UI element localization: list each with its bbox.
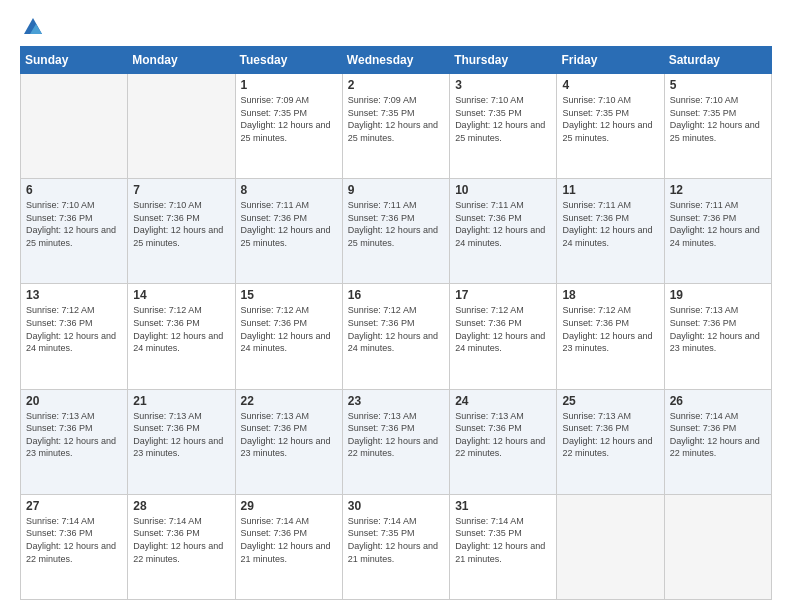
weekday-header: Monday	[128, 47, 235, 74]
calendar-day-cell: 29Sunrise: 7:14 AM Sunset: 7:36 PM Dayli…	[235, 494, 342, 599]
day-number: 22	[241, 394, 337, 408]
calendar-day-cell	[21, 74, 128, 179]
day-info: Sunrise: 7:13 AM Sunset: 7:36 PM Dayligh…	[133, 410, 229, 460]
weekday-header: Thursday	[450, 47, 557, 74]
day-info: Sunrise: 7:14 AM Sunset: 7:36 PM Dayligh…	[670, 410, 766, 460]
day-number: 1	[241, 78, 337, 92]
day-info: Sunrise: 7:13 AM Sunset: 7:36 PM Dayligh…	[241, 410, 337, 460]
day-info: Sunrise: 7:10 AM Sunset: 7:35 PM Dayligh…	[455, 94, 551, 144]
weekday-header: Wednesday	[342, 47, 449, 74]
calendar-day-cell: 13Sunrise: 7:12 AM Sunset: 7:36 PM Dayli…	[21, 284, 128, 389]
day-info: Sunrise: 7:13 AM Sunset: 7:36 PM Dayligh…	[348, 410, 444, 460]
logo	[20, 16, 44, 38]
calendar-day-cell: 3Sunrise: 7:10 AM Sunset: 7:35 PM Daylig…	[450, 74, 557, 179]
day-number: 15	[241, 288, 337, 302]
calendar-day-cell: 27Sunrise: 7:14 AM Sunset: 7:36 PM Dayli…	[21, 494, 128, 599]
day-info: Sunrise: 7:10 AM Sunset: 7:35 PM Dayligh…	[670, 94, 766, 144]
day-number: 23	[348, 394, 444, 408]
calendar-day-cell	[128, 74, 235, 179]
weekday-header: Tuesday	[235, 47, 342, 74]
calendar-day-cell: 9Sunrise: 7:11 AM Sunset: 7:36 PM Daylig…	[342, 179, 449, 284]
day-number: 21	[133, 394, 229, 408]
day-number: 12	[670, 183, 766, 197]
day-info: Sunrise: 7:11 AM Sunset: 7:36 PM Dayligh…	[455, 199, 551, 249]
day-number: 29	[241, 499, 337, 513]
day-number: 11	[562, 183, 658, 197]
calendar-day-cell: 20Sunrise: 7:13 AM Sunset: 7:36 PM Dayli…	[21, 389, 128, 494]
day-number: 28	[133, 499, 229, 513]
day-info: Sunrise: 7:10 AM Sunset: 7:35 PM Dayligh…	[562, 94, 658, 144]
calendar-day-cell: 5Sunrise: 7:10 AM Sunset: 7:35 PM Daylig…	[664, 74, 771, 179]
day-number: 2	[348, 78, 444, 92]
calendar-week-row: 20Sunrise: 7:13 AM Sunset: 7:36 PM Dayli…	[21, 389, 772, 494]
day-number: 18	[562, 288, 658, 302]
calendar-day-cell: 17Sunrise: 7:12 AM Sunset: 7:36 PM Dayli…	[450, 284, 557, 389]
day-info: Sunrise: 7:11 AM Sunset: 7:36 PM Dayligh…	[348, 199, 444, 249]
header	[20, 16, 772, 38]
calendar-day-cell: 25Sunrise: 7:13 AM Sunset: 7:36 PM Dayli…	[557, 389, 664, 494]
day-number: 5	[670, 78, 766, 92]
calendar-day-cell: 26Sunrise: 7:14 AM Sunset: 7:36 PM Dayli…	[664, 389, 771, 494]
calendar-day-cell: 21Sunrise: 7:13 AM Sunset: 7:36 PM Dayli…	[128, 389, 235, 494]
calendar-day-cell: 31Sunrise: 7:14 AM Sunset: 7:35 PM Dayli…	[450, 494, 557, 599]
calendar-day-cell	[664, 494, 771, 599]
calendar-day-cell	[557, 494, 664, 599]
day-info: Sunrise: 7:14 AM Sunset: 7:36 PM Dayligh…	[241, 515, 337, 565]
day-number: 3	[455, 78, 551, 92]
page: SundayMondayTuesdayWednesdayThursdayFrid…	[0, 0, 792, 612]
day-info: Sunrise: 7:14 AM Sunset: 7:35 PM Dayligh…	[455, 515, 551, 565]
day-info: Sunrise: 7:14 AM Sunset: 7:36 PM Dayligh…	[133, 515, 229, 565]
calendar-day-cell: 28Sunrise: 7:14 AM Sunset: 7:36 PM Dayli…	[128, 494, 235, 599]
calendar-table: SundayMondayTuesdayWednesdayThursdayFrid…	[20, 46, 772, 600]
day-info: Sunrise: 7:13 AM Sunset: 7:36 PM Dayligh…	[26, 410, 122, 460]
calendar-day-cell: 18Sunrise: 7:12 AM Sunset: 7:36 PM Dayli…	[557, 284, 664, 389]
day-number: 13	[26, 288, 122, 302]
calendar-day-cell: 8Sunrise: 7:11 AM Sunset: 7:36 PM Daylig…	[235, 179, 342, 284]
day-number: 14	[133, 288, 229, 302]
day-number: 16	[348, 288, 444, 302]
calendar-day-cell: 11Sunrise: 7:11 AM Sunset: 7:36 PM Dayli…	[557, 179, 664, 284]
logo-icon	[22, 16, 44, 38]
calendar-header-row: SundayMondayTuesdayWednesdayThursdayFrid…	[21, 47, 772, 74]
day-info: Sunrise: 7:12 AM Sunset: 7:36 PM Dayligh…	[562, 304, 658, 354]
day-info: Sunrise: 7:14 AM Sunset: 7:36 PM Dayligh…	[26, 515, 122, 565]
weekday-header: Saturday	[664, 47, 771, 74]
day-number: 10	[455, 183, 551, 197]
day-info: Sunrise: 7:13 AM Sunset: 7:36 PM Dayligh…	[562, 410, 658, 460]
day-info: Sunrise: 7:13 AM Sunset: 7:36 PM Dayligh…	[670, 304, 766, 354]
calendar-day-cell: 15Sunrise: 7:12 AM Sunset: 7:36 PM Dayli…	[235, 284, 342, 389]
day-info: Sunrise: 7:11 AM Sunset: 7:36 PM Dayligh…	[562, 199, 658, 249]
calendar-day-cell: 19Sunrise: 7:13 AM Sunset: 7:36 PM Dayli…	[664, 284, 771, 389]
day-number: 19	[670, 288, 766, 302]
calendar-day-cell: 2Sunrise: 7:09 AM Sunset: 7:35 PM Daylig…	[342, 74, 449, 179]
day-info: Sunrise: 7:14 AM Sunset: 7:35 PM Dayligh…	[348, 515, 444, 565]
calendar-week-row: 13Sunrise: 7:12 AM Sunset: 7:36 PM Dayli…	[21, 284, 772, 389]
day-info: Sunrise: 7:13 AM Sunset: 7:36 PM Dayligh…	[455, 410, 551, 460]
calendar-day-cell: 6Sunrise: 7:10 AM Sunset: 7:36 PM Daylig…	[21, 179, 128, 284]
weekday-header: Sunday	[21, 47, 128, 74]
calendar-day-cell: 14Sunrise: 7:12 AM Sunset: 7:36 PM Dayli…	[128, 284, 235, 389]
day-info: Sunrise: 7:11 AM Sunset: 7:36 PM Dayligh…	[670, 199, 766, 249]
day-number: 9	[348, 183, 444, 197]
calendar-day-cell: 7Sunrise: 7:10 AM Sunset: 7:36 PM Daylig…	[128, 179, 235, 284]
day-number: 4	[562, 78, 658, 92]
day-info: Sunrise: 7:11 AM Sunset: 7:36 PM Dayligh…	[241, 199, 337, 249]
calendar-day-cell: 23Sunrise: 7:13 AM Sunset: 7:36 PM Dayli…	[342, 389, 449, 494]
calendar-day-cell: 16Sunrise: 7:12 AM Sunset: 7:36 PM Dayli…	[342, 284, 449, 389]
calendar-day-cell: 22Sunrise: 7:13 AM Sunset: 7:36 PM Dayli…	[235, 389, 342, 494]
day-number: 7	[133, 183, 229, 197]
calendar-week-row: 1Sunrise: 7:09 AM Sunset: 7:35 PM Daylig…	[21, 74, 772, 179]
day-number: 31	[455, 499, 551, 513]
day-info: Sunrise: 7:12 AM Sunset: 7:36 PM Dayligh…	[26, 304, 122, 354]
day-number: 6	[26, 183, 122, 197]
calendar-day-cell: 12Sunrise: 7:11 AM Sunset: 7:36 PM Dayli…	[664, 179, 771, 284]
day-info: Sunrise: 7:09 AM Sunset: 7:35 PM Dayligh…	[241, 94, 337, 144]
day-number: 27	[26, 499, 122, 513]
day-info: Sunrise: 7:12 AM Sunset: 7:36 PM Dayligh…	[348, 304, 444, 354]
day-info: Sunrise: 7:12 AM Sunset: 7:36 PM Dayligh…	[133, 304, 229, 354]
day-number: 17	[455, 288, 551, 302]
day-info: Sunrise: 7:12 AM Sunset: 7:36 PM Dayligh…	[455, 304, 551, 354]
day-info: Sunrise: 7:10 AM Sunset: 7:36 PM Dayligh…	[26, 199, 122, 249]
calendar-day-cell: 24Sunrise: 7:13 AM Sunset: 7:36 PM Dayli…	[450, 389, 557, 494]
day-number: 30	[348, 499, 444, 513]
